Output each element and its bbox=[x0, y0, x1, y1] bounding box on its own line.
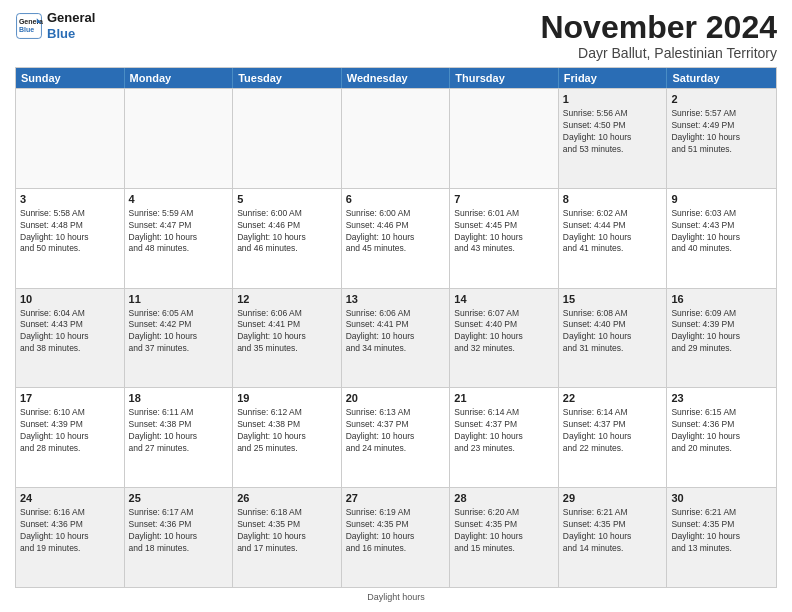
day-number: 13 bbox=[346, 292, 446, 307]
cal-cell-22: 22Sunrise: 6:14 AM Sunset: 4:37 PM Dayli… bbox=[559, 388, 668, 487]
cal-cell-4: 4Sunrise: 5:59 AM Sunset: 4:47 PM Daylig… bbox=[125, 189, 234, 288]
day-info: Sunrise: 6:06 AM Sunset: 4:41 PM Dayligh… bbox=[346, 308, 446, 356]
cal-cell-11: 11Sunrise: 6:05 AM Sunset: 4:42 PM Dayli… bbox=[125, 289, 234, 388]
day-number: 19 bbox=[237, 391, 337, 406]
day-number: 8 bbox=[563, 192, 663, 207]
day-info: Sunrise: 6:00 AM Sunset: 4:46 PM Dayligh… bbox=[237, 208, 337, 256]
header-cell-wednesday: Wednesday bbox=[342, 68, 451, 88]
month-title: November 2024 bbox=[540, 10, 777, 45]
cal-cell-16: 16Sunrise: 6:09 AM Sunset: 4:39 PM Dayli… bbox=[667, 289, 776, 388]
logo-line2: Blue bbox=[47, 26, 95, 42]
logo-line1: General bbox=[47, 10, 95, 26]
day-info: Sunrise: 6:06 AM Sunset: 4:41 PM Dayligh… bbox=[237, 308, 337, 356]
day-info: Sunrise: 6:08 AM Sunset: 4:40 PM Dayligh… bbox=[563, 308, 663, 356]
calendar: SundayMondayTuesdayWednesdayThursdayFrid… bbox=[15, 67, 777, 588]
day-number: 4 bbox=[129, 192, 229, 207]
header-cell-monday: Monday bbox=[125, 68, 234, 88]
logo: General Blue General Blue bbox=[15, 10, 95, 41]
cal-cell-14: 14Sunrise: 6:07 AM Sunset: 4:40 PM Dayli… bbox=[450, 289, 559, 388]
day-number: 12 bbox=[237, 292, 337, 307]
day-info: Sunrise: 6:11 AM Sunset: 4:38 PM Dayligh… bbox=[129, 407, 229, 455]
cal-cell-12: 12Sunrise: 6:06 AM Sunset: 4:41 PM Dayli… bbox=[233, 289, 342, 388]
day-number: 11 bbox=[129, 292, 229, 307]
cal-cell-17: 17Sunrise: 6:10 AM Sunset: 4:39 PM Dayli… bbox=[16, 388, 125, 487]
cal-cell-19: 19Sunrise: 6:12 AM Sunset: 4:38 PM Dayli… bbox=[233, 388, 342, 487]
cal-cell-3: 3Sunrise: 5:58 AM Sunset: 4:48 PM Daylig… bbox=[16, 189, 125, 288]
day-number: 16 bbox=[671, 292, 772, 307]
day-number: 29 bbox=[563, 491, 663, 506]
cal-cell-24: 24Sunrise: 6:16 AM Sunset: 4:36 PM Dayli… bbox=[16, 488, 125, 587]
title-block: November 2024 Dayr Ballut, Palestinian T… bbox=[540, 10, 777, 61]
day-info: Sunrise: 6:01 AM Sunset: 4:45 PM Dayligh… bbox=[454, 208, 554, 256]
cal-cell-empty-0-2 bbox=[233, 89, 342, 188]
day-info: Sunrise: 5:57 AM Sunset: 4:49 PM Dayligh… bbox=[671, 108, 772, 156]
footer-note: Daylight hours bbox=[15, 592, 777, 602]
calendar-row-1: 3Sunrise: 5:58 AM Sunset: 4:48 PM Daylig… bbox=[16, 188, 776, 288]
day-number: 30 bbox=[671, 491, 772, 506]
cal-cell-13: 13Sunrise: 6:06 AM Sunset: 4:41 PM Dayli… bbox=[342, 289, 451, 388]
day-number: 24 bbox=[20, 491, 120, 506]
day-info: Sunrise: 5:58 AM Sunset: 4:48 PM Dayligh… bbox=[20, 208, 120, 256]
cal-cell-6: 6Sunrise: 6:00 AM Sunset: 4:46 PM Daylig… bbox=[342, 189, 451, 288]
day-info: Sunrise: 6:00 AM Sunset: 4:46 PM Dayligh… bbox=[346, 208, 446, 256]
day-number: 27 bbox=[346, 491, 446, 506]
header-cell-thursday: Thursday bbox=[450, 68, 559, 88]
calendar-row-2: 10Sunrise: 6:04 AM Sunset: 4:43 PM Dayli… bbox=[16, 288, 776, 388]
day-number: 20 bbox=[346, 391, 446, 406]
day-info: Sunrise: 6:21 AM Sunset: 4:35 PM Dayligh… bbox=[671, 507, 772, 555]
cal-cell-7: 7Sunrise: 6:01 AM Sunset: 4:45 PM Daylig… bbox=[450, 189, 559, 288]
page: General Blue General Blue November 2024 … bbox=[0, 0, 792, 612]
day-info: Sunrise: 6:04 AM Sunset: 4:43 PM Dayligh… bbox=[20, 308, 120, 356]
day-number: 21 bbox=[454, 391, 554, 406]
cal-cell-28: 28Sunrise: 6:20 AM Sunset: 4:35 PM Dayli… bbox=[450, 488, 559, 587]
calendar-row-0: 1Sunrise: 5:56 AM Sunset: 4:50 PM Daylig… bbox=[16, 88, 776, 188]
day-number: 2 bbox=[671, 92, 772, 107]
day-number: 25 bbox=[129, 491, 229, 506]
cal-cell-10: 10Sunrise: 6:04 AM Sunset: 4:43 PM Dayli… bbox=[16, 289, 125, 388]
day-number: 18 bbox=[129, 391, 229, 406]
cal-cell-empty-0-0 bbox=[16, 89, 125, 188]
cal-cell-20: 20Sunrise: 6:13 AM Sunset: 4:37 PM Dayli… bbox=[342, 388, 451, 487]
cal-cell-9: 9Sunrise: 6:03 AM Sunset: 4:43 PM Daylig… bbox=[667, 189, 776, 288]
day-number: 3 bbox=[20, 192, 120, 207]
header-cell-friday: Friday bbox=[559, 68, 668, 88]
day-info: Sunrise: 6:19 AM Sunset: 4:35 PM Dayligh… bbox=[346, 507, 446, 555]
day-number: 28 bbox=[454, 491, 554, 506]
cal-cell-18: 18Sunrise: 6:11 AM Sunset: 4:38 PM Dayli… bbox=[125, 388, 234, 487]
cal-cell-8: 8Sunrise: 6:02 AM Sunset: 4:44 PM Daylig… bbox=[559, 189, 668, 288]
subtitle: Dayr Ballut, Palestinian Territory bbox=[540, 45, 777, 61]
day-info: Sunrise: 6:21 AM Sunset: 4:35 PM Dayligh… bbox=[563, 507, 663, 555]
svg-text:Blue: Blue bbox=[19, 26, 34, 33]
header-cell-tuesday: Tuesday bbox=[233, 68, 342, 88]
cal-cell-empty-0-4 bbox=[450, 89, 559, 188]
day-number: 22 bbox=[563, 391, 663, 406]
day-number: 26 bbox=[237, 491, 337, 506]
day-number: 9 bbox=[671, 192, 772, 207]
day-info: Sunrise: 6:17 AM Sunset: 4:36 PM Dayligh… bbox=[129, 507, 229, 555]
calendar-row-3: 17Sunrise: 6:10 AM Sunset: 4:39 PM Dayli… bbox=[16, 387, 776, 487]
logo-text: General Blue bbox=[47, 10, 95, 41]
day-info: Sunrise: 6:10 AM Sunset: 4:39 PM Dayligh… bbox=[20, 407, 120, 455]
day-info: Sunrise: 6:14 AM Sunset: 4:37 PM Dayligh… bbox=[563, 407, 663, 455]
day-info: Sunrise: 6:09 AM Sunset: 4:39 PM Dayligh… bbox=[671, 308, 772, 356]
calendar-body: 1Sunrise: 5:56 AM Sunset: 4:50 PM Daylig… bbox=[16, 88, 776, 587]
cal-cell-29: 29Sunrise: 6:21 AM Sunset: 4:35 PM Dayli… bbox=[559, 488, 668, 587]
header: General Blue General Blue November 2024 … bbox=[15, 10, 777, 61]
day-info: Sunrise: 6:03 AM Sunset: 4:43 PM Dayligh… bbox=[671, 208, 772, 256]
day-number: 14 bbox=[454, 292, 554, 307]
day-number: 17 bbox=[20, 391, 120, 406]
day-number: 6 bbox=[346, 192, 446, 207]
cal-cell-25: 25Sunrise: 6:17 AM Sunset: 4:36 PM Dayli… bbox=[125, 488, 234, 587]
cal-cell-empty-0-3 bbox=[342, 89, 451, 188]
day-info: Sunrise: 6:14 AM Sunset: 4:37 PM Dayligh… bbox=[454, 407, 554, 455]
cal-cell-5: 5Sunrise: 6:00 AM Sunset: 4:46 PM Daylig… bbox=[233, 189, 342, 288]
calendar-row-4: 24Sunrise: 6:16 AM Sunset: 4:36 PM Dayli… bbox=[16, 487, 776, 587]
day-info: Sunrise: 6:20 AM Sunset: 4:35 PM Dayligh… bbox=[454, 507, 554, 555]
cal-cell-1: 1Sunrise: 5:56 AM Sunset: 4:50 PM Daylig… bbox=[559, 89, 668, 188]
day-info: Sunrise: 6:12 AM Sunset: 4:38 PM Dayligh… bbox=[237, 407, 337, 455]
day-number: 5 bbox=[237, 192, 337, 207]
day-info: Sunrise: 6:18 AM Sunset: 4:35 PM Dayligh… bbox=[237, 507, 337, 555]
logo-icon: General Blue bbox=[15, 12, 43, 40]
header-cell-saturday: Saturday bbox=[667, 68, 776, 88]
day-number: 15 bbox=[563, 292, 663, 307]
